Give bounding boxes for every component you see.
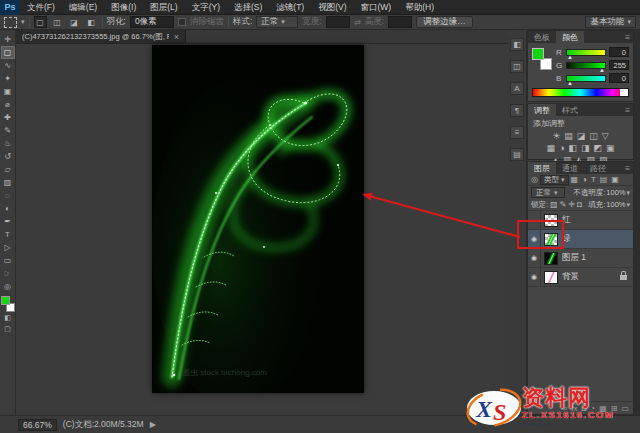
- eye-icon[interactable]: ◉: [528, 230, 541, 248]
- zoom-level-input[interactable]: 66.67%: [18, 419, 57, 431]
- quick-mask-button[interactable]: ◧: [1, 312, 15, 323]
- path-select-tool[interactable]: ▷: [1, 241, 15, 254]
- tab-channels[interactable]: 通道: [556, 162, 584, 174]
- healing-brush-tool[interactable]: ✚: [1, 111, 15, 124]
- curves-adjustment-icon[interactable]: ◪: [577, 131, 586, 141]
- vibrance-adjustment-icon[interactable]: ▽: [602, 131, 609, 141]
- color-balance-adjustment-icon[interactable]: ◑: [559, 143, 564, 153]
- menu-item-10[interactable]: 帮助(H): [398, 0, 441, 15]
- chevron-down-icon[interactable]: ▾: [626, 189, 630, 197]
- foreground-color-swatch[interactable]: [532, 48, 544, 60]
- fill-value[interactable]: 100%: [606, 200, 625, 209]
- color-swatch-pair[interactable]: [532, 48, 552, 70]
- antialias-checkbox[interactable]: [178, 18, 186, 26]
- menu-item-3[interactable]: 图像(I): [104, 0, 143, 15]
- collapsed-character-panel-icon[interactable]: A: [510, 82, 524, 95]
- width-input[interactable]: [326, 16, 350, 28]
- hand-tool[interactable]: ☞: [1, 267, 15, 280]
- tab-adjustments[interactable]: 调整: [528, 104, 556, 116]
- red-value[interactable]: 0: [609, 47, 629, 57]
- tool-preset-caret-icon[interactable]: ▾: [21, 18, 25, 26]
- tab-color[interactable]: 颜色: [556, 31, 584, 43]
- menu-item-1[interactable]: 文件(F): [20, 0, 62, 15]
- document-tab[interactable]: (C)473731262132373555.jpg @ 66.7%(图, RGB…: [16, 30, 186, 43]
- menu-item-2[interactable]: 编辑(E): [62, 0, 104, 15]
- eraser-tool[interactable]: ▱: [1, 163, 15, 176]
- eye-icon[interactable]: ◉: [528, 268, 541, 286]
- foreground-color-swatch[interactable]: [1, 296, 10, 305]
- channel-mixer-adjustment-icon[interactable]: ◩: [593, 143, 602, 153]
- refine-edge-button[interactable]: 调整边缘…: [416, 16, 473, 28]
- photo-canvas[interactable]: 图虫 stock.tuchong.com: [152, 45, 364, 393]
- brightness-contrast-adjustment-icon[interactable]: ☀: [552, 131, 560, 141]
- move-tool[interactable]: ✛: [1, 33, 15, 46]
- new-selection-button[interactable]: ▢: [34, 16, 47, 28]
- tab-paths[interactable]: 路径: [584, 162, 612, 174]
- green-value[interactable]: 255: [609, 60, 629, 70]
- tab-layers[interactable]: 图层: [528, 162, 556, 174]
- tab-styles[interactable]: 样式: [556, 104, 584, 116]
- blend-mode-select[interactable]: 正常 ▾: [531, 187, 565, 198]
- color-spectrum-ramp[interactable]: [532, 88, 629, 97]
- filter-pixel-layers-icon[interactable]: ▦: [571, 175, 579, 184]
- lock-option-icon-3[interactable]: ✛: [568, 200, 575, 209]
- feather-input[interactable]: 0像素: [130, 16, 174, 28]
- menu-item-7[interactable]: 滤镜(T): [269, 0, 311, 15]
- levels-adjustment-icon[interactable]: ▤: [564, 131, 573, 141]
- foreground-background-swatches[interactable]: [1, 296, 15, 312]
- shape-tool[interactable]: ▭: [1, 254, 15, 267]
- filter-group-layers-icon[interactable]: ▤: [600, 175, 608, 184]
- lock-option-icon-2[interactable]: ✎: [560, 200, 567, 209]
- pen-tool[interactable]: ✒: [1, 215, 15, 228]
- layer-row-4[interactable]: ◉背景: [528, 268, 633, 287]
- red-slider[interactable]: ▲: [566, 49, 606, 56]
- panel-menu-icon[interactable]: ≡: [622, 31, 633, 43]
- tab-swatches[interactable]: 色板: [528, 31, 556, 43]
- hue-saturation-adjustment-icon[interactable]: ▦: [546, 143, 555, 153]
- lock-option-icon-4[interactable]: ◘: [577, 200, 582, 209]
- filter-smart-objects-icon[interactable]: ▣: [611, 175, 619, 184]
- eyedropper-tool[interactable]: ⌀: [1, 98, 15, 111]
- dodge-tool[interactable]: ◐: [1, 202, 15, 215]
- menu-item-6[interactable]: 选择(S): [227, 0, 269, 15]
- marquee-tool[interactable]: ▢: [1, 46, 15, 59]
- menu-item-4[interactable]: 图层(L): [143, 0, 184, 15]
- filter-kind-select[interactable]: 类型 ▾: [540, 175, 569, 185]
- collapsed-info-panel-icon[interactable]: ◫: [510, 60, 524, 73]
- subtract-selection-button[interactable]: ◪: [68, 16, 81, 28]
- add-selection-button[interactable]: ◫: [51, 16, 64, 28]
- collapsed-character-styles-panel-icon[interactable]: ≡: [510, 126, 524, 139]
- white-chip[interactable]: [620, 89, 628, 96]
- layer-row-3[interactable]: ◉图层 1: [528, 249, 633, 268]
- intersect-selection-button[interactable]: ◧: [85, 16, 98, 28]
- collapsed-properties-panel-icon[interactable]: ◧: [510, 38, 524, 51]
- layer-row-2[interactable]: ◉绿: [528, 230, 633, 249]
- panel-menu-icon[interactable]: ≡: [622, 162, 633, 174]
- marquee-tool-icon[interactable]: [4, 17, 17, 28]
- green-slider[interactable]: ▲: [566, 62, 606, 69]
- workspace-select[interactable]: 基本功能 ▾: [585, 16, 636, 28]
- clone-stamp-tool[interactable]: ♨: [1, 137, 15, 150]
- style-select[interactable]: 正常 ▾: [256, 16, 298, 28]
- lasso-tool[interactable]: ∿: [1, 59, 15, 72]
- blue-value[interactable]: 0: [609, 73, 629, 83]
- collapsed-paragraph-styles-panel-icon[interactable]: ▤: [510, 148, 524, 161]
- opacity-value[interactable]: 100%: [606, 188, 625, 197]
- lock-option-icon-1[interactable]: ▨: [550, 200, 558, 209]
- blue-slider[interactable]: ▲: [566, 75, 606, 82]
- status-flyout-arrow[interactable]: ▶: [150, 420, 156, 429]
- photo-filter-adjustment-icon[interactable]: ◨: [581, 143, 590, 153]
- swap-dimensions-icon[interactable]: ⇄: [354, 17, 361, 27]
- menu-item-9[interactable]: 窗口(W): [354, 0, 399, 15]
- type-tool[interactable]: T: [1, 228, 15, 241]
- crop-tool[interactable]: ▣: [1, 85, 15, 98]
- menu-item-8[interactable]: 视图(V): [311, 0, 353, 15]
- menu-item-5[interactable]: 文字(Y): [185, 0, 227, 15]
- black-white-adjustment-icon[interactable]: ◧: [568, 143, 577, 153]
- exposure-adjustment-icon[interactable]: ◫: [589, 131, 598, 141]
- chevron-down-icon[interactable]: ▾: [626, 201, 630, 209]
- filter-adjustment-layers-icon[interactable]: ◑: [582, 175, 587, 184]
- screen-mode-button[interactable]: ▢: [1, 323, 15, 334]
- height-input[interactable]: [388, 16, 412, 28]
- gradient-tool[interactable]: ▨: [1, 176, 15, 189]
